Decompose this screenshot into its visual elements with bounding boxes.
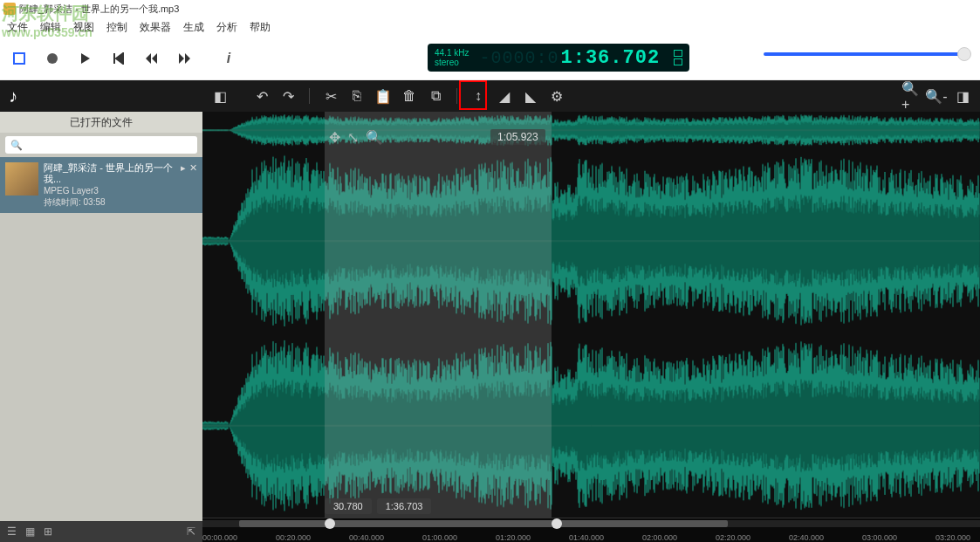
delete-icon[interactable]: 🗑 xyxy=(401,87,418,105)
waveform-canvas[interactable] xyxy=(202,112,980,542)
sidebar-statusbar: ☰ ▦ ⊞ ⇱ xyxy=(0,521,202,542)
overlay-time-label: 1:05.923 xyxy=(490,129,545,145)
file-format: MPEG Layer3 xyxy=(44,185,181,196)
ruler-tick: 01:20.000 xyxy=(496,533,531,542)
fade-out-icon[interactable]: ◣ xyxy=(522,87,539,105)
move-icon[interactable]: ✥ xyxy=(329,129,340,146)
menu-file[interactable]: 文件 xyxy=(7,20,28,35)
play-button[interactable] xyxy=(77,50,94,67)
view-tiles-icon[interactable]: ⊞ xyxy=(44,525,52,538)
time-main: 1:36.702 xyxy=(560,47,660,69)
ruler-tick: 03:00.000 xyxy=(862,533,897,542)
svg-rect-0 xyxy=(14,53,24,64)
sidebar: ♪ 已打开的文件 🔍 阿肆_郭采洁 - 世界上的另一个我... MPEG Lay… xyxy=(0,80,202,542)
file-name: 阿肆_郭采洁 - 世界上的另一个我... xyxy=(44,162,181,185)
time-display-icons[interactable] xyxy=(674,50,682,65)
time-neg: -0000:0 xyxy=(479,48,559,68)
export-icon[interactable]: ⇱ xyxy=(187,525,195,538)
transport-toolbar: i 44.1 kHz stereo -0000:0 1:36.702 xyxy=(0,37,980,80)
undo-icon[interactable]: ↶ xyxy=(253,87,271,105)
menu-help[interactable]: 帮助 xyxy=(250,20,271,35)
editor-toolbar: ◧ ↶ ↷ ✂ ⎘ 📋 🗑 ⧉ ↕ ◢ ◣ ⚙ 🔍+ 🔍- ◨ xyxy=(202,80,980,112)
file-close-icon[interactable]: ✕ xyxy=(189,162,197,174)
view-grid-icon[interactable]: ▦ xyxy=(25,525,35,538)
highlight-box xyxy=(459,80,487,110)
file-thumbnail xyxy=(5,162,38,196)
zoom-selection-icon[interactable]: 🔍 xyxy=(366,129,383,146)
svg-point-1 xyxy=(47,53,58,64)
redo-icon[interactable]: ↷ xyxy=(279,87,297,105)
editor-area: ◧ ↶ ↷ ✂ ⎘ 📋 🗑 ⧉ ↕ ◢ ◣ ⚙ 🔍+ 🔍- ◨ xyxy=(202,80,980,542)
crop-icon[interactable]: ⧉ xyxy=(427,87,444,105)
ruler-tick: 01:00.000 xyxy=(422,533,457,542)
music-note-icon: ♪ xyxy=(9,86,17,106)
paste-icon[interactable]: 📋 xyxy=(374,87,392,105)
rewind-button[interactable] xyxy=(143,50,161,67)
menu-control[interactable]: 控制 xyxy=(106,20,127,35)
app-icon xyxy=(3,3,16,15)
ruler-tick: 02:40.000 xyxy=(789,533,824,542)
selection-region[interactable] xyxy=(325,112,552,518)
menu-view[interactable]: 视图 xyxy=(73,20,94,35)
menu-generate[interactable]: 生成 xyxy=(183,20,204,35)
search-icon: 🔍 xyxy=(10,140,23,151)
waveform-area[interactable]: ✥ ⤡ 🔍 1:05.923 30.780 1:36.703 xyxy=(202,112,980,542)
sidebar-header: ♪ xyxy=(0,80,202,112)
window-title: 阿肆_郭采洁 - 世界上的另一个我.mp3 xyxy=(19,3,179,16)
ruler-tick: 00:20.000 xyxy=(276,533,311,542)
selection-end-label: 1:36.703 xyxy=(377,498,432,514)
ruler-scroll-thumb[interactable] xyxy=(239,520,728,527)
sidebar-title: 已打开的文件 xyxy=(0,112,202,133)
titlebar: 阿肆_郭采洁 - 世界上的另一个我.mp3 xyxy=(0,0,980,17)
volume-knob[interactable] xyxy=(957,47,971,61)
resize-icon[interactable]: ⤡ xyxy=(347,129,359,146)
volume-slider[interactable] xyxy=(764,52,964,56)
edge-left-icon[interactable]: ◧ xyxy=(211,87,229,105)
selection-readout: 30.780 1:36.703 xyxy=(325,498,431,514)
ruler-tick: 00:40.000 xyxy=(349,533,384,542)
stop-button[interactable] xyxy=(10,50,28,67)
selection-start-label: 30.780 xyxy=(325,498,372,514)
ruler-tick: 00:00.000 xyxy=(202,533,237,542)
search-input[interactable]: 🔍 xyxy=(5,136,197,154)
ruler-tick: 02:20.000 xyxy=(716,533,750,542)
fastforward-button[interactable] xyxy=(176,50,194,67)
record-button[interactable] xyxy=(44,50,61,67)
copy-icon[interactable]: ⎘ xyxy=(348,87,366,105)
sample-rate-label: 44.1 kHz xyxy=(435,48,469,58)
zoom-in-icon[interactable]: 🔍+ xyxy=(901,87,919,105)
view-list-icon[interactable]: ☰ xyxy=(7,525,17,538)
ruler-knob-end[interactable] xyxy=(552,518,562,529)
ruler-tick: 02:00.000 xyxy=(642,533,677,542)
menu-analyze[interactable]: 分析 xyxy=(216,20,237,35)
ruler-tick: 01:40.000 xyxy=(569,533,604,542)
edge-right-icon[interactable]: ◨ xyxy=(954,87,971,105)
ruler-tick: 03:20.000 xyxy=(935,533,970,542)
channels-label: stereo xyxy=(435,58,469,67)
menubar: 文件 编辑 视图 控制 效果器 生成 分析 帮助 xyxy=(0,17,980,37)
cut-icon[interactable]: ✂ xyxy=(322,87,339,105)
selection-tools: ✥ ⤡ 🔍 xyxy=(329,129,383,146)
file-list-item[interactable]: 阿肆_郭采洁 - 世界上的另一个我... MPEG Layer3 持续时间: 0… xyxy=(0,157,202,213)
info-button[interactable]: i xyxy=(220,50,237,67)
menu-edit[interactable]: 编辑 xyxy=(40,20,61,35)
time-ruler[interactable]: 00:00.00000:20.00000:40.00001:00.00001:2… xyxy=(202,518,980,542)
gear-icon[interactable]: ⚙ xyxy=(548,87,565,105)
menu-effects[interactable]: 效果器 xyxy=(140,20,171,35)
fade-in-icon[interactable]: ◢ xyxy=(496,87,513,105)
file-play-icon[interactable]: ▸ xyxy=(181,162,186,174)
file-duration: 持续时间: 03:58 xyxy=(44,196,181,208)
skip-start-button[interactable] xyxy=(110,50,127,67)
ruler-knob-start[interactable] xyxy=(325,518,335,529)
time-display: 44.1 kHz stereo -0000:0 1:36.702 xyxy=(428,44,689,72)
zoom-out-icon[interactable]: 🔍- xyxy=(928,87,945,105)
